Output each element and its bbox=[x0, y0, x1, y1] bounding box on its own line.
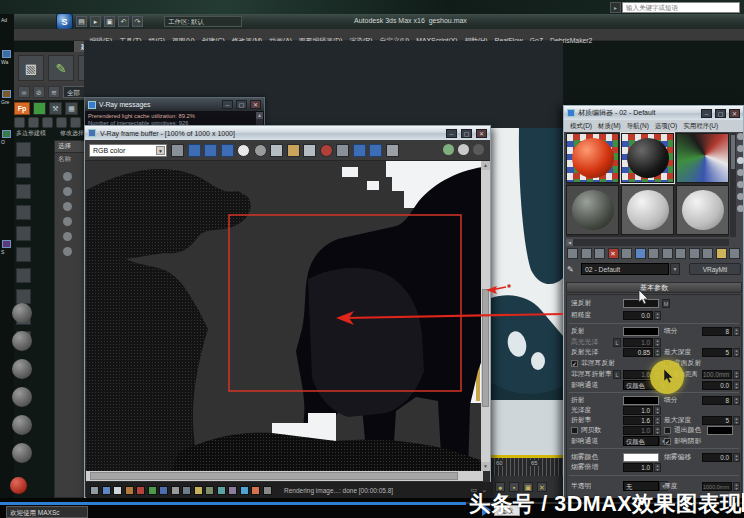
minimize-icon[interactable]: – bbox=[222, 100, 233, 109]
close-icon[interactable]: ✕ bbox=[250, 100, 261, 109]
clamp-icon[interactable] bbox=[125, 486, 134, 495]
dock-ball-icon[interactable] bbox=[12, 415, 32, 435]
abbe-checkbox[interactable] bbox=[571, 427, 578, 434]
spinner[interactable]: ▲▼ bbox=[733, 370, 740, 379]
select-filter-icon[interactable] bbox=[63, 172, 72, 181]
reflect-gloss-value[interactable]: 0.85 bbox=[623, 348, 653, 357]
region-render-icon[interactable] bbox=[369, 144, 382, 157]
scene-explorer-icon[interactable] bbox=[16, 142, 31, 157]
frame-buffer-titlebar[interactable]: V-Ray frame buffer - [100% of 1000 x 100… bbox=[85, 126, 490, 140]
spinner[interactable]: ▲▼ bbox=[654, 338, 661, 347]
3dsmax-logo-icon[interactable]: S bbox=[56, 13, 73, 30]
curve-editor-icon[interactable] bbox=[16, 205, 31, 220]
viewport-render-strip[interactable] bbox=[491, 128, 563, 455]
sample-slot-active[interactable] bbox=[621, 133, 674, 183]
fog-color-swatch[interactable] bbox=[623, 453, 659, 462]
put-material-icon[interactable] bbox=[581, 248, 592, 259]
bind-spacewarp-icon[interactable]: ≋ bbox=[48, 86, 60, 98]
sample-slot-swirl[interactable] bbox=[676, 133, 729, 183]
gray-balance-icon[interactable] bbox=[254, 144, 267, 157]
select-filter-icon[interactable] bbox=[63, 202, 72, 211]
dark-sphere-icon[interactable] bbox=[473, 144, 484, 155]
spinner[interactable]: ▲▼ bbox=[654, 348, 661, 357]
desktop-shortcut-icon[interactable] bbox=[2, 240, 11, 248]
material-name-dropdown[interactable]: 02 - Default bbox=[581, 263, 669, 275]
bg-toggle-icon[interactable] bbox=[113, 486, 122, 495]
red-small-icon[interactable] bbox=[136, 486, 145, 495]
white-balance-icon[interactable] bbox=[237, 144, 250, 157]
reflect-subdivs-value[interactable]: 8 bbox=[702, 327, 732, 336]
clear-image-icon[interactable] bbox=[320, 144, 333, 157]
sphere-tool-icon[interactable] bbox=[70, 117, 81, 128]
wrench-icon[interactable]: ⚒ bbox=[49, 102, 62, 115]
dock-ball-icon[interactable] bbox=[12, 331, 32, 351]
background-checker-icon[interactable] bbox=[737, 157, 744, 164]
scroll-up-icon[interactable]: ▲ bbox=[256, 112, 263, 119]
sphere-tool-icon[interactable] bbox=[14, 117, 25, 128]
new-scene-icon[interactable]: ▤ bbox=[76, 16, 87, 27]
dock-ball-icon[interactable] bbox=[12, 387, 32, 407]
save-image-icon[interactable] bbox=[204, 144, 217, 157]
spinner[interactable]: ▲▼ bbox=[733, 453, 740, 462]
maximize-icon[interactable]: ▢ bbox=[236, 100, 247, 109]
go-to-parent-icon[interactable] bbox=[662, 248, 673, 259]
slots-hscrollbar[interactable]: ◀ bbox=[566, 239, 729, 246]
hilight-gloss-value[interactable]: 1.0 bbox=[623, 338, 653, 347]
roughness-value[interactable]: 0.0 bbox=[623, 311, 653, 320]
undo-icon[interactable]: ↶ bbox=[118, 16, 129, 27]
schematic-view-icon[interactable] bbox=[16, 226, 31, 241]
track-mouse-icon[interactable] bbox=[353, 144, 366, 157]
color-correct-icon[interactable] bbox=[182, 486, 191, 495]
select-filter-icon[interactable] bbox=[63, 187, 72, 196]
save-icon[interactable] bbox=[270, 144, 283, 157]
fresnel-checkbox[interactable]: ✓ bbox=[571, 360, 578, 367]
workspace-selector[interactable]: 工作区: 默认 bbox=[164, 16, 242, 27]
fog-mult-value[interactable]: 1.0 bbox=[623, 463, 653, 472]
sample-slot[interactable] bbox=[676, 185, 729, 235]
modify-selection-icon[interactable]: ✎ bbox=[48, 55, 74, 81]
dim-distance-value[interactable]: 100.0mm bbox=[702, 370, 732, 379]
diffuse-map-button[interactable]: M bbox=[662, 299, 670, 308]
make-preview-side-icon[interactable] bbox=[737, 193, 744, 200]
green-sphere-icon[interactable] bbox=[443, 144, 454, 155]
channels-small-icon[interactable] bbox=[102, 486, 111, 495]
desktop-shortcut-icon[interactable] bbox=[2, 130, 11, 138]
delete-material-icon[interactable]: ✕ bbox=[608, 248, 619, 259]
sample-type-icon[interactable] bbox=[737, 133, 744, 140]
stamp-icon[interactable] bbox=[228, 486, 237, 495]
spinner[interactable]: ▲▼ bbox=[654, 406, 661, 415]
exposure-icon[interactable] bbox=[194, 486, 203, 495]
cloth-tool-icon[interactable] bbox=[56, 117, 67, 128]
spinner[interactable]: ▲▼ bbox=[654, 463, 661, 472]
sample-tiling-icon[interactable] bbox=[737, 169, 744, 176]
spinner[interactable]: ▲▼ bbox=[733, 416, 740, 425]
redo-icon[interactable]: ↷ bbox=[132, 16, 143, 27]
spinner[interactable]: ▲▼ bbox=[654, 311, 661, 320]
sample-slot[interactable] bbox=[621, 185, 674, 235]
make-preview-icon[interactable] bbox=[621, 248, 632, 259]
reflect-color-swatch[interactable] bbox=[623, 327, 659, 336]
lock-button[interactable]: L bbox=[613, 338, 621, 347]
close-icon[interactable]: ✕ bbox=[476, 129, 487, 138]
stop-render-icon[interactable] bbox=[90, 486, 99, 495]
exit-color-swatch[interactable] bbox=[707, 426, 733, 435]
show-end-result-icon[interactable] bbox=[648, 248, 659, 259]
exit-color-checkbox[interactable] bbox=[664, 427, 671, 434]
cloth-tool-icon[interactable] bbox=[42, 117, 53, 128]
refract-color-swatch[interactable] bbox=[623, 396, 659, 405]
minimize-icon[interactable]: – bbox=[701, 109, 712, 118]
get-material-icon[interactable] bbox=[567, 248, 578, 259]
save-all-channels-icon[interactable] bbox=[221, 144, 234, 157]
pick-from-object-icon[interactable] bbox=[689, 248, 700, 259]
link-icon[interactable]: ∞ bbox=[18, 86, 30, 98]
dock-ball-icon[interactable] bbox=[12, 303, 32, 323]
close-icon[interactable]: ✕ bbox=[729, 109, 740, 118]
load-image-icon[interactable] bbox=[188, 144, 201, 157]
duplicate-buffer-icon[interactable] bbox=[336, 144, 349, 157]
material-editor-titlebar[interactable]: 材质编辑器 - 02 - Default – ▢ ✕ bbox=[564, 106, 743, 120]
vray-messages-titlebar[interactable]: V-Ray messages – ▢ ✕ bbox=[85, 98, 264, 111]
maximize-icon[interactable]: ▢ bbox=[715, 109, 726, 118]
material-type-button[interactable]: VRayMtl bbox=[689, 263, 741, 275]
eyedropper-icon[interactable]: ✎ bbox=[567, 265, 577, 275]
fresnel-ior-value[interactable]: 1.6 bbox=[623, 370, 653, 379]
